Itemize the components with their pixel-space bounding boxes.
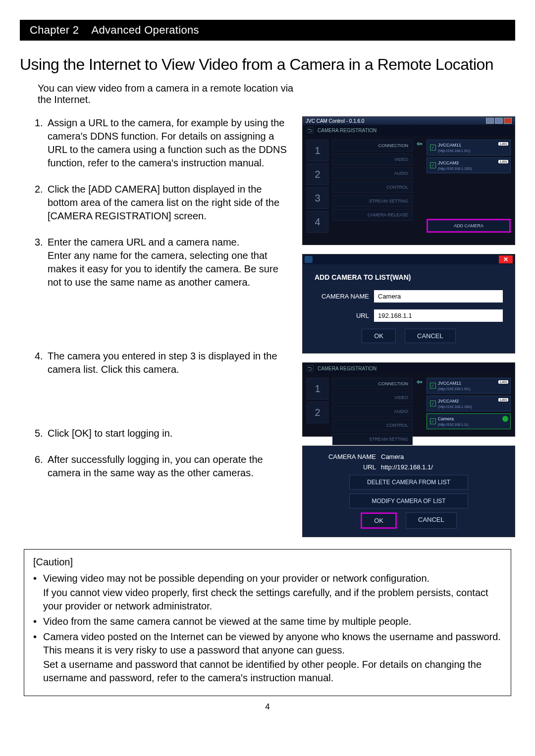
chapter-title: Advanced Operations	[92, 24, 199, 36]
url-label: URL	[315, 312, 369, 319]
menu-video[interactable]: VIDEO	[332, 153, 413, 165]
caution-item: Video from the same camera cannot be vie…	[33, 615, 502, 628]
slot-2[interactable]: 2	[307, 163, 328, 185]
step-2: 2.Click the [ADD CAMERA] button displaye…	[35, 183, 292, 223]
camera-entry-2[interactable]: ✓ JVCCAM2(http://192.168.1.102/) LAN	[427, 157, 511, 173]
lan-badge: LAN	[498, 142, 508, 146]
close-icon[interactable]	[504, 118, 512, 124]
ok-button[interactable]: OK	[361, 512, 397, 529]
camera-name-input[interactable]	[374, 290, 503, 302]
screen-name: CAMERA REGISTRATION	[318, 366, 376, 371]
step-6: 6.After successfully logging in, you can…	[35, 453, 292, 480]
app-icon	[305, 256, 313, 263]
menu-connection[interactable]: CONNECTION	[332, 378, 413, 390]
cancel-button[interactable]: CANCEL	[405, 329, 456, 343]
menu-control[interactable]: CONTROL	[332, 181, 413, 193]
chapter-bar: Chapter 2 Advanced Operations	[20, 20, 515, 41]
camera-name-label: CAMERA NAME	[315, 293, 369, 300]
slot-3[interactable]: 3	[307, 187, 328, 209]
steps-list: 1.Assign a URL to the camera, for exampl…	[35, 116, 292, 480]
camera-entry-2[interactable]: ✓ JVCCAM2(http://192.168.1.102/) LAN	[427, 396, 511, 411]
cancel-button[interactable]: CANCEL	[406, 512, 457, 529]
lan-badge: LAN	[498, 160, 508, 163]
screenshot-camera-registration: JVC CAM Control - 0.1.6.0 ⮌ CAMERA REGIS…	[302, 116, 515, 245]
ok-button[interactable]: OK	[362, 329, 396, 343]
close-icon[interactable]: ✕	[499, 255, 513, 263]
step-1: 1.Assign a URL to the camera, for exampl…	[35, 116, 292, 170]
lan-badge: LAN	[498, 380, 508, 384]
check-icon: ✓	[430, 145, 436, 151]
url-input[interactable]	[374, 309, 503, 322]
slot-2[interactable]: 2	[307, 402, 328, 423]
menu-video[interactable]: VIDEO	[332, 392, 413, 403]
caution-item: Camera video posted on the Internet can …	[33, 630, 502, 685]
minimize-icon[interactable]	[486, 118, 494, 124]
caution-item: Viewing video may not be possible depend…	[33, 572, 502, 613]
back-icon[interactable]: ⮌	[307, 127, 314, 134]
slot-4[interactable]: 4	[307, 211, 328, 233]
lan-badge: LAN	[498, 398, 508, 402]
screenshot-camera-list-updated: ⮌ CAMERA REGISTRATION 1 2 CONNECTION VID…	[302, 362, 515, 437]
slot-1[interactable]: 1	[307, 140, 328, 161]
wan-icon	[502, 416, 508, 422]
screenshot-camera-detail-dialog: CAMERA NAMECamera URLhttp://192.168.1.1/…	[302, 446, 515, 537]
assign-arrow-icon: ⇦	[417, 378, 423, 445]
modify-camera-button[interactable]: MODIFY CAMERA OF LIST	[349, 494, 468, 508]
maximize-icon[interactable]	[495, 118, 503, 124]
intro-text: You can view video from a camera in a re…	[38, 83, 305, 105]
add-camera-button[interactable]: ADD CAMERA	[427, 219, 511, 233]
menu-stream[interactable]: STREAM SETTING	[332, 433, 413, 445]
back-icon[interactable]: ⮌	[307, 365, 314, 372]
step-3: 3.Enter the camera URL and a camera name…	[35, 236, 292, 289]
check-icon: ✓	[430, 162, 436, 168]
check-icon: ✓	[430, 401, 436, 406]
delete-camera-button[interactable]: DELETE CAMERA FROM LIST	[349, 475, 468, 490]
url-label: URL	[317, 463, 376, 471]
menu-connection[interactable]: CONNECTION	[332, 140, 413, 151]
check-icon: ✓	[430, 383, 436, 389]
page-title: Using the Internet to View Video from a …	[20, 55, 515, 74]
dialog-title: ADD CAMERA TO LIST(WAN)	[315, 273, 503, 281]
caution-box: [Caution] Viewing video may not be possi…	[24, 549, 511, 696]
camera-entry-1[interactable]: ✓ JVCCAM11(http://192.168.1.91/) LAN	[427, 378, 511, 394]
menu-stream[interactable]: STREAM SETTING	[332, 195, 413, 207]
step-5: 5.Click [OK] to start logging in.	[35, 427, 292, 440]
page-number: 4	[20, 702, 515, 712]
step-4: 4.The camera you entered in step 3 is di…	[35, 350, 292, 376]
window-title: JVC CAM Control - 0.1.6.0	[306, 118, 364, 124]
menu-release[interactable]: CAMERA RELEASE	[332, 209, 413, 221]
check-icon: ✓	[430, 418, 436, 424]
screen-name: CAMERA REGISTRATION	[318, 128, 376, 133]
screenshot-add-camera-dialog: ✕ ADD CAMERA TO LIST(WAN) CAMERA NAME UR…	[302, 254, 515, 353]
camera-entry-wan[interactable]: ✓ Camera(http://192.168.1.1/)	[427, 413, 511, 429]
menu-control[interactable]: CONTROL	[332, 419, 413, 431]
menu-audio[interactable]: AUDIO	[332, 405, 413, 417]
camera-entry-1[interactable]: ✓ JVCCAM11(http://192.168.1.91/) LAN	[427, 140, 511, 155]
slot-1[interactable]: 1	[307, 378, 328, 400]
assign-arrow-icon: ⇦	[417, 140, 423, 233]
chapter-number: Chapter 2	[30, 24, 79, 36]
menu-audio[interactable]: AUDIO	[332, 167, 413, 179]
camera-name-label: CAMERA NAME	[317, 453, 376, 460]
caution-heading: [Caution]	[33, 556, 502, 568]
